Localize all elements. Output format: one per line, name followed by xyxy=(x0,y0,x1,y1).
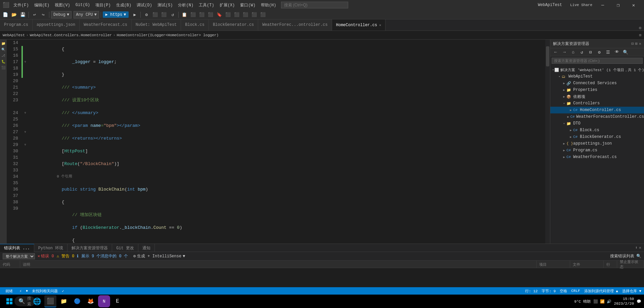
open-btn[interactable]: 📂 xyxy=(10,11,18,19)
blockgenerator-arrow[interactable]: ▶ xyxy=(568,135,573,139)
program-arrow[interactable]: ▶ xyxy=(562,149,566,152)
toolbar-btn12[interactable]: ⬛ xyxy=(250,11,258,19)
menu-build[interactable]: 生成(B) xyxy=(114,2,134,9)
menu-debug[interactable]: 调试(D) xyxy=(135,2,154,9)
taskbar-app1[interactable]: N xyxy=(98,295,110,307)
tab-git-changes[interactable]: Git 更改 xyxy=(112,244,138,252)
weathercontroller-arrow[interactable]: ▶ xyxy=(566,115,570,119)
toolbar-btn4[interactable]: ↺ xyxy=(169,11,177,19)
deps-arrow[interactable]: ▶ xyxy=(562,95,566,99)
project-expand-arrow[interactable]: ▾ xyxy=(557,75,562,79)
menu-project[interactable]: 项目(P) xyxy=(93,2,113,9)
add-source-btn[interactable]: 添加到源代码管理 ▲ xyxy=(584,289,618,294)
start-button[interactable] xyxy=(3,295,16,308)
taskbar-browser3[interactable]: 🦊 xyxy=(85,295,97,307)
tab-python-env[interactable]: Python 环境 xyxy=(34,244,67,252)
tree-weatherforecast[interactable]: ▶ C# WeatherForecast.cs xyxy=(550,154,644,160)
platform-dropdown[interactable]: Any CPU ▼ xyxy=(74,11,99,18)
tree-weathercontroller[interactable]: ▶ C# WeatherForecastController.cs xyxy=(550,113,644,120)
tab-settings-icon[interactable]: ⚙ xyxy=(636,25,644,31)
se-collapse[interactable]: ⊟ xyxy=(587,48,595,56)
taskbar-search[interactable]: 🔍 搜索 xyxy=(17,295,30,307)
toolbar-btn9[interactable]: ⬛ xyxy=(224,11,232,19)
se-settings[interactable]: ⚙ xyxy=(595,48,603,56)
menu-edit[interactable]: 编辑(E) xyxy=(32,2,52,9)
status-check[interactable]: ✓ xyxy=(62,289,64,293)
activity-ext[interactable]: ⬛ xyxy=(1,65,6,70)
tree-dto[interactable]: ▾ 📁 DTO xyxy=(550,120,644,127)
weatherforecast-arrow[interactable]: ▶ xyxy=(562,155,566,159)
collapse-27[interactable]: ▿ xyxy=(23,129,28,135)
expand-btn[interactable]: ⊞ xyxy=(639,33,641,37)
tree-program[interactable]: ▶ C# Program.cs xyxy=(550,147,644,154)
dto-arrow[interactable]: ▾ xyxy=(562,122,566,125)
tab-solution-explorer-bottom[interactable]: 解决方案资源管理器 xyxy=(67,244,112,252)
tab-appsettings[interactable]: appsettings.json xyxy=(33,19,80,31)
tree-blockgenerator[interactable]: ▶ C# BlockGenerator.cs xyxy=(550,134,644,140)
tab-blockgenerator[interactable]: BlockGenerator.cs xyxy=(209,19,258,31)
toolbar-btn11[interactable]: ⬛ xyxy=(241,11,249,19)
menu-view[interactable]: 视图(V) xyxy=(53,2,72,9)
start-btn2[interactable]: ▶ xyxy=(131,11,139,19)
se-refresh[interactable]: ↺ xyxy=(578,48,586,56)
debug-config-dropdown[interactable]: Debug ▼ xyxy=(51,11,72,18)
collapse-29[interactable]: ▿ xyxy=(23,142,28,148)
toolbar-btn3[interactable]: ⬛ xyxy=(160,11,168,19)
project-node[interactable]: ▾ 🗂 WebApiTest xyxy=(550,73,644,80)
collapse-17[interactable]: ▿ xyxy=(23,59,28,65)
tree-controllers[interactable]: ▾ 📁 Controllers xyxy=(550,100,644,107)
run-button[interactable]: ▶ https ▼ xyxy=(103,11,129,18)
menu-test[interactable]: 测试(S) xyxy=(155,2,175,9)
se-back[interactable]: ← xyxy=(552,48,560,56)
tree-connected-services[interactable]: ▶ 🔗 Connected Services xyxy=(550,80,644,87)
tab-homecontroller[interactable]: HomeController.cs ✕ xyxy=(332,19,385,31)
code-editor[interactable]: { _logger = logger; } /// <summary> /// … xyxy=(28,40,545,244)
activity-git[interactable]: ⎇ xyxy=(1,53,6,58)
toolbar-btn10[interactable]: ⬛ xyxy=(233,11,241,19)
menu-extensions[interactable]: 扩展(X) xyxy=(218,2,237,9)
activity-explore[interactable]: 📁 xyxy=(1,41,6,46)
toolbar-btn13[interactable]: ⬛ xyxy=(259,11,267,19)
tab-nuget[interactable]: NuGet: WebApiTest xyxy=(132,19,181,31)
se-home[interactable]: ⌂ xyxy=(569,48,577,56)
tree-appsettings[interactable]: ▶ { } appsettings.json xyxy=(550,140,644,147)
toolbar-btn8[interactable]: ⬛ xyxy=(206,11,215,19)
tab-error-list[interactable]: 错误列表 ... xyxy=(0,244,34,252)
new-file-btn[interactable]: 📄 xyxy=(1,11,9,19)
taskbar-file-explorer[interactable]: 📁 xyxy=(58,295,70,307)
toolbar-btn7[interactable]: ⬛ xyxy=(198,11,206,19)
controllers-arrow[interactable]: ▾ xyxy=(562,102,566,105)
toolbar-btn1[interactable]: ⚙ xyxy=(142,11,150,19)
activity-debug[interactable]: 🐛 xyxy=(1,59,6,64)
tree-block-cs[interactable]: ▶ C# Block.cs xyxy=(550,127,644,134)
method-selector[interactable]: HomeController(ILogger<HomeController> l… xyxy=(117,33,219,37)
tab-weathercontroller[interactable]: WeatherForec...ontroller.cs xyxy=(258,19,332,31)
title-search-input[interactable] xyxy=(281,2,348,8)
build-label-btn[interactable]: ⚙ 生成 + IntelliSense ▼ xyxy=(133,253,185,259)
taskbar-vs[interactable]: ⬛ xyxy=(44,295,56,307)
status-errors-icon[interactable]: ⚡ xyxy=(19,289,22,293)
collapse-24[interactable]: ▿ xyxy=(23,110,28,116)
taskbar-app2[interactable]: E xyxy=(111,295,124,307)
search-error-icon[interactable]: 🔍 xyxy=(636,254,641,259)
tab-notifications[interactable]: 通知 xyxy=(138,244,155,252)
close-btn[interactable]: ✕ xyxy=(626,0,641,10)
select-repo-btn[interactable]: 选择仓库 ▼ xyxy=(622,289,641,294)
live-share-btn[interactable]: Live Share xyxy=(567,0,595,10)
se-btn2[interactable]: ⊞ xyxy=(635,41,638,46)
se-preview[interactable]: 👁 xyxy=(613,48,621,56)
undo-btn[interactable]: ↩ xyxy=(31,11,39,19)
build-dropdown[interactable]: ▼ xyxy=(183,254,185,259)
tab-program-cs[interactable]: Program.cs xyxy=(0,19,33,31)
se-close[interactable]: ✕ xyxy=(639,41,641,46)
redo-btn[interactable]: ↪ xyxy=(39,11,47,19)
block-arrow[interactable]: ▶ xyxy=(568,129,573,132)
scrollbar-thumb[interactable] xyxy=(546,46,549,66)
activity-search[interactable]: 🔍 xyxy=(1,47,6,52)
toolbar-btn5[interactable]: 📋 xyxy=(180,11,188,19)
tab-weatherforecast-cs[interactable]: WeatherForecast.cs xyxy=(80,19,132,31)
appsettings-arrow[interactable]: ▶ xyxy=(562,142,566,146)
solution-root[interactable]: ▾ ⬜ 解决方案 'WebApiTest' (1 个项目，共 1 个) xyxy=(550,66,644,73)
menu-window[interactable]: 窗口(W) xyxy=(238,2,258,9)
toolbar-bookmark[interactable]: 🔖 xyxy=(215,11,223,19)
